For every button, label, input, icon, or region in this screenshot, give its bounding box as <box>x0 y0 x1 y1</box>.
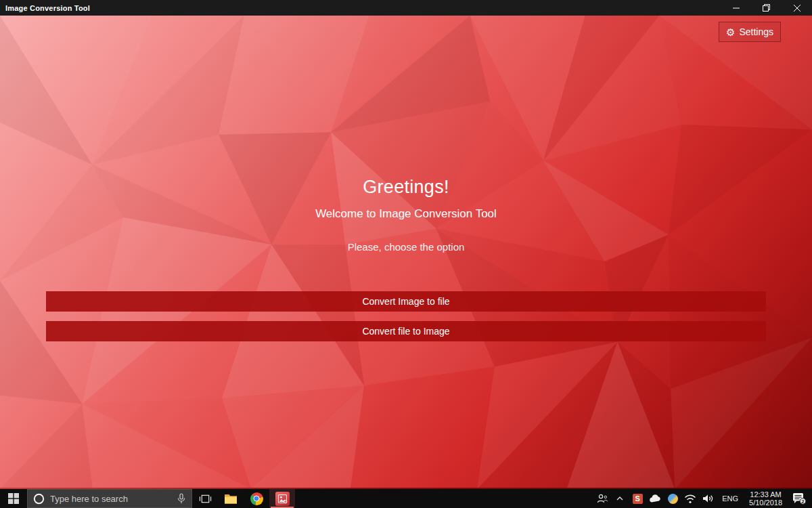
windows-logo-icon <box>8 493 19 504</box>
file-explorer-icon <box>224 493 238 505</box>
window-controls <box>721 0 812 16</box>
minimize-icon <box>733 5 740 12</box>
weather-icon <box>668 494 678 504</box>
window-title: Image Conversion Tool <box>0 4 90 12</box>
convert-image-to-file-button[interactable]: Convert Image to file <box>46 291 766 312</box>
file-explorer-button[interactable] <box>218 489 244 508</box>
image-conversion-tool-button[interactable] <box>269 489 295 508</box>
onedrive-cloud-icon <box>648 494 662 503</box>
search-input[interactable] <box>50 494 171 504</box>
minimize-button[interactable] <box>721 0 751 16</box>
system-tray: S <box>595 489 812 508</box>
weather-tray-button[interactable] <box>665 489 680 508</box>
greeting-title: Greetings! <box>0 177 812 198</box>
action-center-button[interactable]: 2 <box>789 489 809 508</box>
task-view-icon <box>199 492 212 505</box>
s-app-icon: S <box>633 494 643 504</box>
clock-date: 5/10/2018 <box>749 499 782 507</box>
greeting-block: Greetings! Welcome to Image Conversion T… <box>0 177 812 221</box>
restore-button[interactable] <box>751 0 782 16</box>
onedrive-tray-button[interactable] <box>648 489 662 508</box>
speaker-icon <box>702 493 714 504</box>
notification-badge: 2 <box>801 499 805 505</box>
people-icon <box>595 492 609 505</box>
chrome-icon <box>250 492 263 505</box>
clock[interactable]: 12:33 AM 5/10/2018 <box>745 490 786 507</box>
microphone-icon[interactable] <box>177 493 186 504</box>
chevron-up-icon <box>615 494 625 503</box>
taskbar-search[interactable] <box>27 489 192 508</box>
cortana-icon <box>33 493 45 505</box>
image-conversion-tool-icon <box>275 492 290 506</box>
desktop-screen: Image Conversion Tool ⚙ Se <box>0 0 812 508</box>
settings-button-label: Settings <box>739 26 773 37</box>
app-main-area: ⚙ Settings Greetings! Welcome to Image C… <box>0 16 812 489</box>
taskbar: S <box>0 489 812 508</box>
choose-option-prompt: Please, choose the option <box>0 241 812 253</box>
settings-button[interactable]: ⚙ Settings <box>719 22 781 42</box>
hidden-icons-button[interactable] <box>612 489 627 508</box>
clock-time: 12:33 AM <box>750 490 781 499</box>
convert-file-to-image-button[interactable]: Convert file to Image <box>46 321 766 341</box>
volume-button[interactable] <box>700 489 715 508</box>
s-app-tray-button[interactable]: S <box>630 489 645 508</box>
greeting-subtitle: Welcome to Image Conversion Tool <box>0 207 812 221</box>
start-button[interactable] <box>0 489 27 508</box>
wifi-icon <box>683 493 697 504</box>
gear-icon: ⚙ <box>726 27 735 37</box>
chrome-button[interactable] <box>244 489 269 508</box>
action-center-icon: 2 <box>791 491 807 506</box>
titlebar: Image Conversion Tool <box>0 0 812 16</box>
network-button[interactable] <box>683 489 698 508</box>
language-indicator[interactable]: ENG <box>718 494 742 503</box>
close-icon <box>794 5 800 12</box>
restore-icon <box>763 4 770 12</box>
people-button[interactable] <box>595 489 610 508</box>
task-view-button[interactable] <box>192 489 218 508</box>
close-button[interactable] <box>782 0 812 16</box>
